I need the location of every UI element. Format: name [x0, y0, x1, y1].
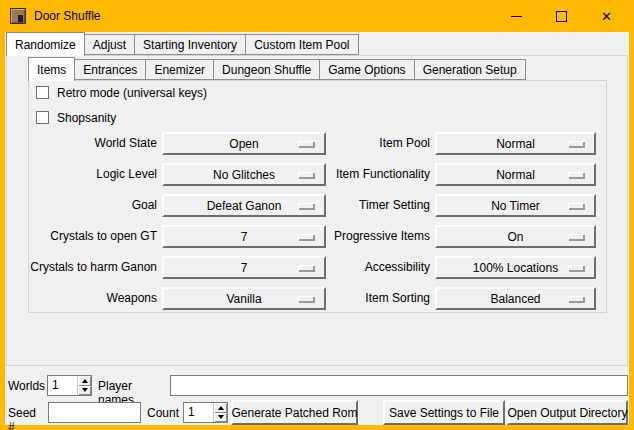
- minimize-icon: [511, 16, 522, 17]
- crystals-gt-dropdown[interactable]: 7: [162, 225, 326, 248]
- dropdown-indicator-icon: [568, 296, 584, 302]
- weapons-value: Vanilla: [226, 292, 261, 306]
- spin-down-button[interactable]: [78, 386, 91, 396]
- dropdown-indicator-icon: [568, 141, 584, 147]
- logic-level-label: Logic Level: [22, 167, 157, 181]
- count-spinbox[interactable]: 1: [183, 402, 228, 423]
- tab-dungeon-shuffle[interactable]: Dungeon Shuffle: [213, 59, 320, 80]
- main-tab-bar: Randomize Adjust Starting Inventory Cust…: [6, 32, 359, 56]
- worlds-label: Worlds: [8, 379, 44, 393]
- tab-adjust[interactable]: Adjust: [84, 34, 135, 55]
- tab-randomize[interactable]: Randomize: [6, 32, 85, 56]
- worlds-value: 1: [48, 376, 77, 395]
- weapons-dropdown[interactable]: Vanilla: [162, 287, 326, 310]
- count-label: Count: [147, 406, 181, 420]
- arrow-up-icon: [218, 406, 224, 410]
- tab-custom-item-pool[interactable]: Custom Item Pool: [245, 34, 358, 55]
- item-sorting-value: Balanced: [490, 292, 540, 306]
- logic-level-dropdown[interactable]: No Glitches: [162, 163, 326, 186]
- world-state-label: World State: [22, 136, 157, 150]
- shopsanity-label: Shopsanity: [57, 111, 116, 125]
- door-app-icon: [10, 8, 26, 24]
- accessibility-value: 100% Locations: [473, 261, 558, 275]
- save-settings-button[interactable]: Save Settings to File: [383, 400, 505, 425]
- crystals-gt-label: Crystals to open GT: [22, 229, 157, 243]
- crystals-gt-value: 7: [241, 230, 248, 244]
- crystals-ganon-value: 7: [241, 261, 248, 275]
- player-names-input[interactable]: [170, 375, 628, 396]
- tab-starting-inventory[interactable]: Starting Inventory: [134, 34, 246, 55]
- progressive-items-value: On: [507, 230, 523, 244]
- minimize-button[interactable]: [494, 0, 539, 32]
- dropdown-indicator-icon: [568, 234, 584, 240]
- spin-up-button[interactable]: [214, 403, 227, 413]
- timer-setting-label: Timer Setting: [305, 198, 430, 212]
- sub-tab-bar: Items Entrances Enemizer Dungeon Shuffle…: [28, 57, 526, 81]
- item-sorting-dropdown[interactable]: Balanced: [435, 287, 596, 310]
- item-pool-label: Item Pool: [305, 136, 430, 150]
- dropdown-indicator-icon: [568, 265, 584, 271]
- open-output-directory-button[interactable]: Open Output Directory: [507, 400, 628, 425]
- title-bar: Door Shuffle ✕: [0, 0, 634, 32]
- spin-down-button[interactable]: [214, 413, 227, 423]
- goal-dropdown[interactable]: Defeat Ganon: [162, 194, 326, 217]
- retro-mode-checkbox[interactable]: [36, 86, 49, 99]
- close-button[interactable]: ✕: [584, 0, 629, 32]
- progressive-items-dropdown[interactable]: On: [435, 225, 596, 248]
- arrow-up-icon: [82, 379, 88, 383]
- item-sorting-label: Item Sorting: [305, 291, 430, 305]
- worlds-spinbox[interactable]: 1: [47, 375, 92, 396]
- world-state-value: Open: [229, 137, 258, 151]
- crystals-ganon-dropdown[interactable]: 7: [162, 256, 326, 279]
- item-pool-dropdown[interactable]: Normal: [435, 132, 596, 155]
- spin-up-button[interactable]: [78, 376, 91, 386]
- item-functionality-label: Item Functionality: [305, 167, 430, 181]
- tab-enemizer[interactable]: Enemizer: [145, 59, 214, 80]
- seed-input[interactable]: [48, 402, 141, 423]
- dropdown-indicator-icon: [568, 203, 584, 209]
- maximize-icon: [556, 11, 567, 22]
- worlds-spin-arrows: [77, 376, 91, 395]
- generate-patched-rom-button[interactable]: Generate Patched Rom: [231, 400, 358, 425]
- crystals-ganon-label: Crystals to harm Ganon: [22, 260, 157, 274]
- dropdown-indicator-icon: [568, 172, 584, 178]
- app-window: Door Shuffle ✕ Randomize Adjust Starting…: [0, 0, 634, 430]
- world-state-dropdown[interactable]: Open: [162, 132, 326, 155]
- progressive-items-label: Progressive Items: [305, 229, 430, 243]
- close-icon: ✕: [601, 10, 612, 23]
- window-controls: ✕: [494, 0, 629, 32]
- window-title: Door Shuffle: [34, 9, 101, 23]
- accessibility-dropdown[interactable]: 100% Locations: [435, 256, 596, 279]
- count-spin-arrows: [213, 403, 227, 422]
- weapons-label: Weapons: [22, 291, 157, 305]
- item-functionality-value: Normal: [496, 168, 535, 182]
- goal-value: Defeat Ganon: [207, 199, 282, 213]
- tab-entrances[interactable]: Entrances: [74, 59, 146, 80]
- tab-generation-setup[interactable]: Generation Setup: [414, 59, 526, 80]
- accessibility-label: Accessibility: [305, 260, 430, 274]
- arrow-down-icon: [82, 388, 88, 392]
- arrow-down-icon: [218, 415, 224, 419]
- timer-setting-value: No Timer: [491, 199, 540, 213]
- item-functionality-dropdown[interactable]: Normal: [435, 163, 596, 186]
- tab-game-options[interactable]: Game Options: [319, 59, 414, 80]
- tab-items[interactable]: Items: [28, 57, 75, 81]
- goal-label: Goal: [22, 198, 157, 212]
- retro-mode-label: Retro mode (universal keys): [57, 86, 207, 100]
- shopsanity-checkbox[interactable]: [36, 111, 49, 124]
- seed-label: Seed #: [8, 406, 46, 430]
- item-pool-value: Normal: [496, 137, 535, 151]
- maximize-button[interactable]: [539, 0, 584, 32]
- timer-setting-dropdown[interactable]: No Timer: [435, 194, 596, 217]
- logic-level-value: No Glitches: [213, 168, 275, 182]
- count-value: 1: [184, 403, 213, 422]
